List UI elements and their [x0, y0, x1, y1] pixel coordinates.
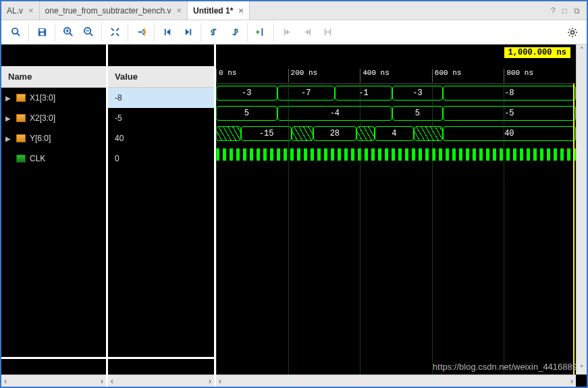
popout-icon[interactable]: ⧉ [574, 6, 580, 16]
wave-scrollbar[interactable]: ‹› [216, 375, 576, 387]
signal-value: -5 [115, 113, 122, 123]
clock-wave [216, 148, 576, 161]
bus-segment: 4 [375, 126, 415, 141]
svg-line-1 [17, 33, 20, 36]
svg-line-9 [90, 33, 92, 36]
scroll-up-icon: ˄ [580, 45, 584, 56]
svg-rect-3 [40, 32, 44, 35]
close-icon[interactable]: × [238, 5, 244, 16]
bus-segment: -1 [335, 86, 392, 101]
next-edge-icon[interactable] [297, 23, 317, 42]
fit-icon[interactable] [105, 23, 125, 42]
tab-bench-v[interactable]: one_true_from_subtracter_bench.v × [40, 1, 188, 20]
wave-row-y[interactable]: -1528440 [216, 124, 576, 144]
zoom-in-icon[interactable] [58, 23, 78, 42]
scroll-right-icon: › [570, 377, 573, 386]
signal-name: Y[6:0] [30, 134, 51, 143]
time-tick: 800 ns [504, 69, 533, 82]
bus-segment [356, 126, 375, 141]
signal-row-x1[interactable]: ▶ X1[3:0] [1, 88, 106, 108]
time-tick: 600 ns [432, 69, 462, 82]
close-icon[interactable]: × [176, 5, 182, 16]
name-panel: Name ▶ X1[3:0] ▶ X2[3:0] ▶ Y[6:0] CLK [1, 45, 106, 387]
swap-icon[interactable] [317, 23, 338, 42]
value-row-x2[interactable]: -5 [108, 108, 214, 128]
clk-icon [16, 155, 26, 163]
save-icon[interactable] [32, 23, 52, 42]
signal-name: X1[3:0] [30, 93, 55, 103]
expand-icon[interactable]: ▶ [5, 115, 14, 122]
signal-name: X2[3:0] [30, 113, 55, 123]
bus-icon [16, 134, 26, 142]
wave-row-x2[interactable]: 5-45-5 [216, 104, 576, 124]
cursor-time-badge: 1,000.000 ns [504, 47, 570, 58]
tab-bar: AL.v × one_true_from_subtracter_bench.v … [1, 1, 587, 20]
toolbar [1, 20, 587, 45]
bus-segment: -7 [277, 86, 335, 101]
bus-segment: -15 [241, 126, 292, 141]
scroll-down-icon: ˅ [580, 363, 584, 375]
search-icon[interactable] [5, 23, 26, 42]
gridline [432, 84, 433, 387]
signal-value-list: -8 -5 40 0 [108, 88, 214, 357]
gridline [288, 84, 289, 387]
signal-name: CLK [30, 154, 45, 163]
bus-segment [216, 126, 241, 141]
svg-point-21 [571, 30, 574, 34]
bus-segment: 5 [392, 106, 443, 121]
tabbar-actions: ? □ ⧉ [551, 6, 587, 16]
cursor-line[interactable] [573, 84, 574, 387]
gridline [360, 84, 360, 387]
value-row-y[interactable]: 40 [108, 128, 214, 148]
bus-segment: 40 [443, 126, 576, 141]
prev-transition-icon[interactable] [204, 23, 224, 42]
tab-untitled-1[interactable]: Untitled 1* × [188, 1, 250, 20]
zoom-out-icon[interactable] [78, 23, 99, 42]
bus-segment: 28 [313, 126, 356, 141]
maximize-icon[interactable]: □ [562, 6, 567, 16]
scroll-left-icon: ‹ [4, 377, 7, 386]
close-icon[interactable]: × [28, 5, 34, 16]
tab-al-v[interactable]: AL.v × [1, 1, 40, 20]
waveform-panel: 1,000.000 ns 0 ns200 ns400 ns600 ns800 n… [214, 45, 587, 387]
help-icon[interactable]: ? [551, 6, 556, 16]
settings-icon[interactable] [562, 23, 583, 42]
time-ruler[interactable]: 0 ns200 ns400 ns600 ns800 ns1,0 [216, 66, 576, 84]
signal-value: -8 [115, 93, 122, 103]
vertical-scrollbar[interactable]: ˄ ˅ [576, 45, 587, 375]
goto-cursor-icon[interactable] [131, 23, 151, 42]
tab-label: AL.v [7, 6, 23, 16]
name-header: Name [1, 66, 106, 88]
scroll-left-icon: ‹ [219, 377, 221, 386]
next-transition-icon[interactable] [224, 23, 244, 42]
wave-row-x1[interactable]: -3-7-1-3-8 [216, 84, 576, 104]
bus-segment [292, 126, 313, 141]
value-scrollbar[interactable]: ‹› [108, 375, 214, 387]
watermark: https://blog.csdn.net/weixin_4416889 [433, 362, 577, 372]
svg-point-0 [11, 28, 17, 34]
value-row-x1[interactable]: -8 [108, 88, 214, 108]
name-scrollbar[interactable]: ‹› [1, 375, 106, 387]
signal-value: 0 [115, 154, 119, 163]
bus-segment: -5 [443, 106, 576, 121]
waveform-canvas[interactable]: 1,000.000 ns 0 ns200 ns400 ns600 ns800 n… [216, 45, 587, 387]
expand-icon[interactable]: ▶ [5, 94, 14, 102]
first-icon[interactable] [157, 23, 178, 42]
prev-edge-icon[interactable] [277, 23, 297, 42]
bus-segment [414, 126, 443, 141]
wave-row-clk[interactable] [216, 144, 576, 165]
bus-segment: -3 [392, 86, 443, 101]
value-header: Value [108, 66, 214, 88]
bus-segment: -8 [443, 86, 576, 101]
value-panel: Value -8 -5 40 0 ‹› [106, 45, 214, 387]
last-icon[interactable] [178, 23, 198, 42]
add-marker-icon[interactable] [250, 23, 271, 42]
signal-row-y[interactable]: ▶ Y[6:0] [1, 128, 106, 148]
waveform-rows: -3-7-1-3-8 5-45-5 -1528440 [216, 84, 576, 387]
signal-row-x2[interactable]: ▶ X2[3:0] [1, 108, 106, 128]
value-row-clk[interactable]: 0 [108, 148, 214, 169]
signal-row-clk[interactable]: CLK [1, 148, 106, 169]
signal-value: 40 [115, 134, 124, 143]
expand-icon[interactable]: ▶ [5, 135, 14, 142]
svg-rect-2 [39, 29, 44, 32]
